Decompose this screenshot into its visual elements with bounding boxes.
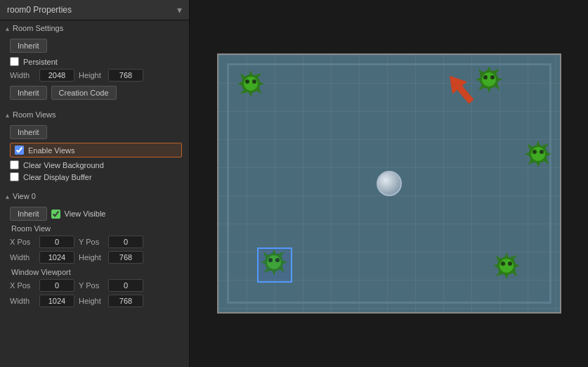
section-room-views: ▴ Room Views	[0, 107, 189, 122]
clear-view-bg-label: Clear View Background	[23, 161, 104, 169]
persistent-label: Persistent	[23, 58, 58, 66]
svg-point-47	[508, 262, 512, 266]
canvas-area	[190, 0, 588, 367]
view-xpos-value[interactable]: 0	[39, 236, 74, 248]
svg-marker-38	[504, 252, 509, 258]
view-height-value[interactable]: 768	[108, 251, 143, 264]
svg-point-46	[501, 262, 505, 266]
view-ypos-label: Y Pos	[79, 238, 104, 246]
svg-marker-3	[259, 82, 264, 86]
svg-marker-53	[261, 260, 266, 264]
enemy-sprite-2	[474, 65, 504, 94]
svg-marker-29	[525, 152, 530, 156]
clear-display-buf-label: Clear Display Buffer	[23, 173, 92, 181]
view-height-label: Height	[79, 253, 104, 262]
svg-marker-40	[504, 273, 509, 279]
window-viewport-label: Window Viewport	[10, 268, 182, 276]
room-view-label: Room View	[10, 224, 182, 233]
view-ypos-value[interactable]: 0	[108, 236, 143, 248]
win-xpos-value[interactable]: 0	[39, 279, 74, 292]
svg-point-11	[252, 79, 256, 84]
win-width-label: Width	[10, 297, 35, 305]
win-width-value[interactable]: 1024	[39, 295, 74, 307]
svg-marker-2	[249, 70, 253, 76]
section-triangle-views-icon: ▴	[6, 111, 9, 119]
enable-views-row: Enable Views	[10, 143, 182, 157]
svg-point-13	[482, 72, 496, 86]
svg-marker-52	[272, 270, 276, 276]
panel-header: room0 Properties ▾	[0, 0, 189, 20]
enable-views-label: Enable Views	[28, 146, 74, 155]
win-ypos-value[interactable]: 0	[108, 279, 143, 292]
height-value-1[interactable]: 768	[108, 69, 143, 82]
room-views-content: Inherit Enable Views Clear View Backgrou…	[0, 122, 189, 188]
svg-marker-39	[514, 264, 520, 268]
view0-label: View 0	[13, 192, 36, 200]
room-canvas[interactable]	[217, 53, 561, 314]
svg-marker-27	[546, 152, 551, 156]
svg-marker-14	[487, 66, 491, 72]
svg-point-1	[244, 77, 258, 91]
svg-marker-17	[476, 77, 481, 82]
view-xpos-label: X Pos	[10, 238, 35, 246]
svg-point-59	[275, 258, 280, 262]
clear-view-bg-row: Clear View Background	[10, 160, 182, 169]
panel-title: room0 Properties	[7, 5, 72, 15]
win-height-label: Height	[79, 297, 104, 305]
clear-display-buf-checkbox[interactable]	[10, 172, 19, 181]
win-xpos-label: X Pos	[10, 281, 35, 290]
width-label-1: Width	[10, 71, 35, 79]
enemy-sprite-5-selected	[259, 247, 289, 277]
section-triangle-icon: ▴	[6, 25, 9, 32]
room-views-label: Room Views	[13, 110, 56, 119]
svg-marker-16	[487, 87, 491, 93]
svg-point-10	[245, 79, 249, 84]
win-height-value[interactable]: 768	[108, 295, 143, 307]
view-visible-checkbox[interactable]	[51, 210, 60, 219]
view-width-label: Width	[10, 253, 35, 262]
view-visible-label: View Visible	[65, 210, 106, 218]
panel-scroll-area: ▴ Room Settings Inherit Persistent Width…	[0, 20, 189, 367]
enemy-sprite-4	[492, 251, 521, 281]
svg-marker-15	[497, 77, 502, 82]
section-view0: ▴ View 0	[0, 188, 189, 204]
svg-marker-5	[237, 82, 243, 86]
creation-code-button[interactable]: Creation Code	[51, 86, 117, 100]
svg-point-35	[540, 150, 544, 154]
height-label-1: Height	[79, 71, 104, 79]
clear-view-bg-checkbox[interactable]	[10, 160, 19, 169]
view-width-value[interactable]: 1024	[39, 251, 74, 264]
width-value-1[interactable]: 2048	[39, 69, 74, 82]
inherit-button-2[interactable]: Inherit	[10, 86, 47, 100]
enable-views-checkbox[interactable]	[15, 146, 24, 155]
persistent-row: Persistent	[10, 57, 182, 66]
section-room-settings: ▴ Room Settings	[0, 20, 189, 36]
svg-marker-28	[536, 162, 540, 167]
enemy-sprite-3	[523, 139, 553, 169]
inherit-button-views[interactable]: Inherit	[10, 125, 47, 139]
room-settings-label: Room Settings	[13, 24, 63, 32]
inherit-button-1[interactable]: Inherit	[10, 39, 47, 53]
svg-point-58	[268, 258, 273, 262]
room-settings-content: Inherit Persistent Width 2048 Height 768…	[0, 36, 189, 107]
panel-chevron-icon[interactable]: ▾	[177, 4, 182, 15]
svg-marker-26	[536, 141, 540, 146]
svg-point-37	[499, 259, 514, 273]
clear-display-buf-row: Clear Display Buffer	[10, 172, 182, 181]
section-triangle-view0-icon: ▴	[6, 193, 9, 200]
svg-point-22	[483, 75, 488, 79]
svg-marker-50	[272, 249, 276, 255]
svg-marker-41	[493, 264, 499, 268]
svg-marker-60	[443, 70, 478, 108]
svg-marker-51	[282, 260, 287, 264]
view0-content: Inherit View Visible Room View X Pos 0 Y…	[0, 204, 189, 314]
svg-point-25	[531, 147, 545, 161]
enemy-sprite-1	[236, 69, 266, 98]
win-ypos-label: Y Pos	[79, 281, 104, 290]
svg-point-49	[267, 255, 281, 269]
persistent-checkbox[interactable]	[10, 57, 19, 66]
svg-point-23	[490, 75, 495, 79]
inherit-button-view0[interactable]: Inherit	[10, 207, 47, 221]
svg-point-34	[533, 150, 537, 154]
svg-marker-4	[249, 91, 253, 97]
